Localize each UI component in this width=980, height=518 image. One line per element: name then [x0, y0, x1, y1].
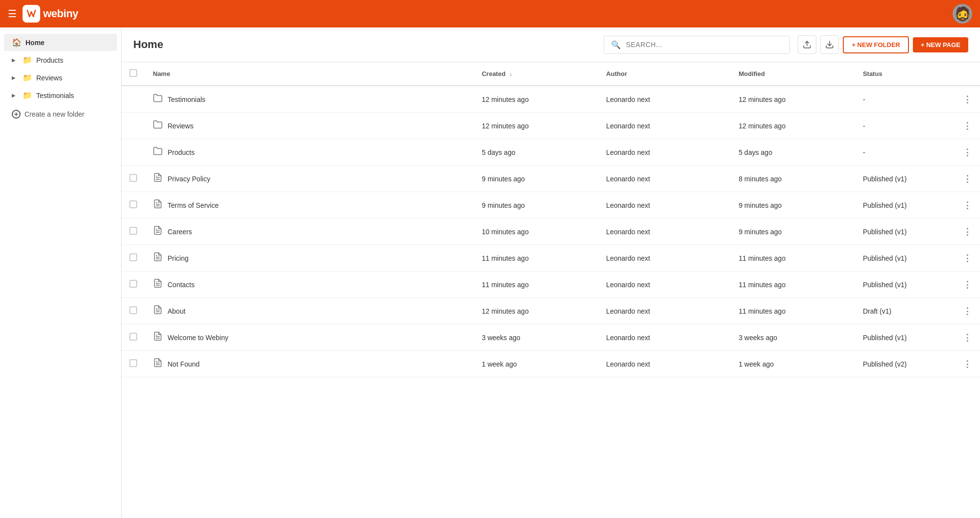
row-checkbox[interactable]	[129, 227, 137, 235]
status-cell: Published (v1)	[855, 166, 955, 192]
table-row[interactable]: Products 5 days agoLeonardo next5 days a…	[122, 139, 980, 166]
page-icon	[153, 225, 163, 238]
table-row[interactable]: Reviews 12 minutes agoLeonardo next12 mi…	[122, 113, 980, 139]
new-folder-button[interactable]: + NEW FOLDER	[843, 36, 909, 53]
page-icon	[153, 252, 163, 264]
upload-button[interactable]	[798, 35, 816, 54]
col-header-modified[interactable]: Modified	[731, 62, 855, 86]
created-cell: 9 minutes ago	[474, 192, 598, 219]
table-row[interactable]: Pricing 11 minutes agoLeonardo next11 mi…	[122, 245, 980, 271]
name-cell: Products	[153, 146, 466, 158]
row-actions-button[interactable]: ⋮	[955, 271, 980, 298]
row-actions-button[interactable]: ⋮	[955, 324, 980, 351]
col-header-created[interactable]: Created ↓	[474, 62, 598, 86]
search-bar[interactable]: 🔍	[604, 36, 790, 54]
table-row[interactable]: Testimonials 12 minutes agoLeonardo next…	[122, 86, 980, 113]
table-row[interactable]: Not Found 1 week agoLeonardo next1 week …	[122, 351, 980, 377]
row-name: Welcome to Webiny	[168, 334, 228, 342]
name-cell: About	[153, 305, 466, 317]
search-input[interactable]	[626, 41, 783, 49]
col-header-status[interactable]: Status	[855, 62, 955, 86]
modified-cell: 11 minutes ago	[731, 245, 855, 271]
status-cell: Published (v1)	[855, 192, 955, 219]
col-header-name[interactable]: Name	[145, 62, 474, 86]
page-icon	[153, 278, 163, 291]
col-header-actions	[955, 62, 980, 86]
sidebar-products-label: Products	[36, 56, 63, 64]
row-checkbox[interactable]	[129, 359, 137, 367]
created-cell: 12 minutes ago	[474, 86, 598, 113]
created-cell: 12 minutes ago	[474, 298, 598, 324]
sidebar-item-reviews[interactable]: ▶ 📁 Reviews	[4, 69, 117, 86]
row-checkbox[interactable]	[129, 174, 137, 182]
avatar[interactable]: 🧔	[953, 4, 972, 24]
page-icon	[153, 199, 163, 211]
row-checkbox[interactable]	[129, 253, 137, 261]
row-actions-button[interactable]: ⋮	[955, 139, 980, 166]
main-header: Home 🔍	[122, 27, 980, 62]
created-cell: 1 week ago	[474, 351, 598, 377]
row-checkbox[interactable]	[129, 280, 137, 288]
status-cell: Published (v1)	[855, 324, 955, 351]
select-all-checkbox[interactable]	[129, 69, 137, 77]
sidebar-item-products[interactable]: ▶ 📁 Products	[4, 51, 117, 69]
created-cell: 11 minutes ago	[474, 271, 598, 298]
author-cell: Leonardo next	[598, 298, 731, 324]
modified-cell: 9 minutes ago	[731, 219, 855, 245]
col-header-author[interactable]: Author	[598, 62, 731, 86]
create-folder-label: Create a new folder	[24, 110, 84, 118]
author-cell: Leonardo next	[598, 271, 731, 298]
row-name: Contacts	[168, 281, 195, 289]
modified-cell: 9 minutes ago	[731, 192, 855, 219]
row-actions-button[interactable]: ⋮	[955, 86, 980, 113]
menu-icon[interactable]: ☰	[8, 8, 17, 20]
row-name: Pricing	[168, 254, 189, 262]
new-page-button[interactable]: + NEW PAGE	[913, 37, 968, 52]
author-cell: Leonardo next	[598, 324, 731, 351]
row-actions-button[interactable]: ⋮	[955, 113, 980, 139]
row-checkbox[interactable]	[129, 333, 137, 341]
created-cell: 9 minutes ago	[474, 166, 598, 192]
main-content: Home 🔍	[122, 27, 980, 518]
table-row[interactable]: Welcome to Webiny 3 weeks agoLeonardo ne…	[122, 324, 980, 351]
table-row[interactable]: Privacy Policy 9 minutes agoLeonardo nex…	[122, 166, 980, 192]
name-cell: Testimonials	[153, 93, 466, 105]
row-actions-button[interactable]: ⋮	[955, 166, 980, 192]
row-actions-button[interactable]: ⋮	[955, 192, 980, 219]
table-row[interactable]: Contacts 11 minutes agoLeonardo next11 m…	[122, 271, 980, 298]
row-actions-button[interactable]: ⋮	[955, 245, 980, 271]
home-icon: 🏠	[12, 38, 22, 47]
page-icon	[153, 173, 163, 185]
author-cell: Leonardo next	[598, 139, 731, 166]
row-actions-button[interactable]: ⋮	[955, 219, 980, 245]
author-cell: Leonardo next	[598, 113, 731, 139]
table-row[interactable]: About 12 minutes agoLeonardo next11 minu…	[122, 298, 980, 324]
sidebar-item-testimonials[interactable]: ▶ 📁 Testimonials	[4, 87, 117, 104]
name-cell: Pricing	[153, 252, 466, 264]
sidebar-item-home[interactable]: 🏠 Home	[4, 34, 117, 51]
search-icon: 🔍	[611, 40, 621, 49]
row-checkbox[interactable]	[129, 200, 137, 208]
page-icon	[153, 358, 163, 370]
chevron-right-icon: ▶	[12, 75, 19, 80]
name-cell: Privacy Policy	[153, 173, 466, 185]
name-cell: Careers	[153, 225, 466, 238]
created-cell: 11 minutes ago	[474, 245, 598, 271]
row-name: Terms of Service	[168, 201, 219, 209]
download-button[interactable]	[820, 35, 839, 54]
modified-cell: 11 minutes ago	[731, 271, 855, 298]
row-name: Privacy Policy	[168, 175, 210, 183]
table-row[interactable]: Careers 10 minutes agoLeonardo next9 min…	[122, 219, 980, 245]
modified-cell: 8 minutes ago	[731, 166, 855, 192]
modified-cell: 5 days ago	[731, 139, 855, 166]
row-actions-button[interactable]: ⋮	[955, 351, 980, 377]
status-cell: Published (v1)	[855, 245, 955, 271]
logo-text: webiny	[43, 7, 78, 20]
status-cell: -	[855, 86, 955, 113]
status-cell: Published (v1)	[855, 219, 955, 245]
create-new-folder-button[interactable]: + Create a new folder	[4, 106, 117, 123]
row-checkbox[interactable]	[129, 306, 137, 314]
sidebar-reviews-label: Reviews	[36, 74, 62, 82]
table-row[interactable]: Terms of Service 9 minutes agoLeonardo n…	[122, 192, 980, 219]
row-actions-button[interactable]: ⋮	[955, 298, 980, 324]
